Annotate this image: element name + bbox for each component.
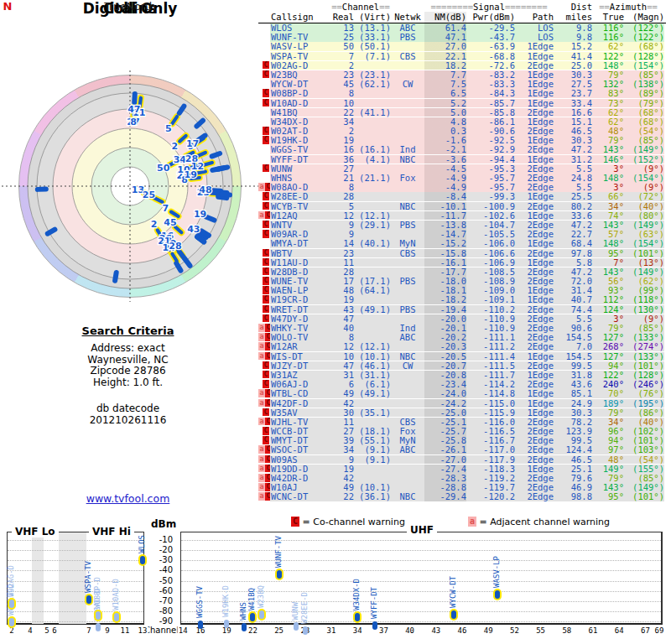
table-cell-w — [258, 80, 270, 89]
vhf-gap-band — [59, 532, 86, 624]
table-cell-real: 42 — [330, 474, 354, 483]
table-row: WYCW-DT45(62.1)CW7.5-83.31Edge27.5132°(1… — [258, 80, 666, 88]
table-cell-magn: (54°) — [624, 455, 664, 465]
table-cell-pwr: -118.3 — [466, 465, 515, 474]
signal-bar — [303, 626, 308, 635]
table-cell-pwr: -106.6 — [466, 249, 515, 258]
table-cell-nm: -18.2 — [424, 295, 466, 304]
table-cell-dist: 98.8 — [554, 492, 592, 501]
legend-co-channel: C = Co-channel warning — [291, 517, 405, 527]
table-cell-dist: 41.4 — [554, 52, 592, 61]
tvfool-link[interactable]: www.tvfool.com — [86, 492, 170, 505]
channel-tick-label: 34 — [352, 626, 363, 635]
table-cell-virt: (17.1) — [354, 277, 391, 286]
table-row: aCW42DR-D42-28.3-119.22Edge79.679°(85°) — [258, 474, 666, 482]
table-cell-path: 2Edge — [515, 427, 554, 436]
table-cell-az: 189° — [592, 399, 624, 408]
table-cell-nm: 18.2 — [424, 61, 466, 70]
table-cell-nm: -15.8 — [424, 249, 466, 258]
table-cell-magn: (133°) — [624, 352, 664, 361]
table-row: CWJZY-DT47(46.1)CW-20.7-111.52Edge99.594… — [258, 361, 666, 370]
table-cell-path: LOS — [515, 33, 554, 42]
table-cell-real: 34 — [330, 445, 354, 454]
table-cell-net — [391, 483, 424, 492]
table-cell-az: 93° — [592, 286, 624, 295]
table-cell-dist: 97.8 — [554, 249, 592, 258]
table-row: CWNTV9(29.1)PBS-13.8-104.72Edge47.2143°(… — [258, 221, 666, 229]
table-cell-pwr: -43.7 — [466, 33, 515, 42]
channel-tick-label: 43 — [430, 626, 441, 635]
table-cell-net — [391, 389, 424, 398]
vhf-lo-label: VHF Lo — [12, 526, 59, 538]
table-row: WHNS21(21.1)Fox-4.9-95.72Edge24.8148°(15… — [258, 174, 666, 182]
table-cell-dist: 47.2 — [554, 267, 592, 277]
table-cell-nm: -1.6 — [424, 136, 466, 145]
table-cell-pwr: -111.1 — [466, 333, 515, 342]
table-cell-real: 22 — [330, 492, 354, 501]
table-cell-net: Ind — [391, 145, 424, 154]
table-cell-az: 143° — [592, 267, 624, 277]
table-cell-path: 2Edge — [515, 324, 554, 333]
table-cell-w: aC — [258, 211, 270, 221]
signal-bar — [198, 621, 203, 629]
table-cell-pwr: -117.9 — [466, 455, 515, 465]
table-cell-real: 50 — [330, 42, 354, 51]
bar-callsign-label: WUNF-TV — [274, 536, 283, 568]
table-cell-magn: (122°) — [624, 23, 664, 33]
gridline — [181, 570, 661, 571]
radar-channel-label: 19 — [194, 209, 206, 220]
table-rows: WLOS13(13.1)ABC61.4-29.5LOS9.8116°(122°)… — [258, 23, 666, 501]
table-cell-real: 36 — [330, 155, 354, 164]
table-cell-pwr: -120.2 — [466, 492, 515, 501]
table-cell-real: 22 — [330, 108, 354, 117]
table-cell-magn: (155°) — [624, 465, 664, 474]
adjacent-channel-badge-icon: a — [258, 474, 265, 482]
table-cell-net — [391, 211, 424, 221]
table-cell-magn: (128°) — [624, 371, 664, 380]
co-channel-badge-icon: C — [263, 99, 269, 107]
table-cell-az: 116° — [592, 33, 624, 42]
table-row: CWMYT-DT39(55.1)MyN-25.8-116.72Edge99.59… — [258, 436, 666, 444]
table-cell-nm: -23.4 — [424, 380, 466, 389]
adjacent-channel-badge-icon: a — [258, 211, 265, 220]
dbm-tick-label: -70 — [148, 596, 173, 605]
table-cell-path: 1Edge — [515, 117, 554, 127]
table-cell-net: ABC — [391, 333, 424, 342]
table-cell-net — [391, 295, 424, 304]
table-cell-dist: 154.5 — [554, 352, 592, 361]
table-cell-magn: (128°) — [624, 52, 664, 61]
dbm-tick-label: -90 — [148, 616, 173, 626]
table-cell-virt: (16.1) — [354, 145, 391, 154]
adjacent-channel-badge-icon: a — [258, 352, 265, 361]
table-cell-virt: (46.1) — [354, 361, 391, 371]
table-row: CWUNW27-4.5-95.32Edge5.53°(9°) — [258, 164, 666, 173]
table-cell-path: 1Edge — [515, 211, 554, 221]
radar-channel-label: 43 — [187, 224, 200, 235]
table-row: aCWJHL-TV11CBS-25.1-116.02Edge78.234°(40… — [258, 418, 666, 426]
signal-bar — [294, 622, 299, 631]
table-cell-nm: -4.5 — [424, 164, 466, 174]
adjacent-channel-badge-icon: a — [258, 342, 265, 351]
table-cell-magn: (85°) — [624, 324, 664, 333]
table-cell-real: 28 — [330, 192, 354, 201]
radar-channel-label: 45 — [164, 217, 176, 228]
table-cell-magn: (274°) — [624, 342, 664, 351]
table-cell-pwr: -110.9 — [466, 324, 515, 333]
group-header-dist: Dist — [554, 2, 592, 12]
table-cell-nm: -11.7 — [424, 211, 466, 221]
table-cell-az: 62° — [592, 117, 624, 127]
table-cell-w: aC — [258, 483, 270, 492]
table-cell-real: 5 — [330, 202, 354, 211]
table-cell-magn: (103°) — [624, 445, 664, 454]
table-cell-dist: 124.4 — [554, 445, 592, 454]
table-cell-dist: 9.8 — [554, 33, 592, 42]
table-cell-dist: 43.6 — [554, 380, 592, 389]
bar-callsign-label: WYFF-DT — [370, 587, 378, 619]
table-row: aCWHKY-TV40Ind-20.1-110.92Edge90.679°(85… — [258, 324, 666, 332]
table-cell-dist: 25.5 — [554, 192, 592, 201]
table-cell-nm: -20.1 — [424, 324, 466, 333]
table-cell-pwr: -95.7 — [466, 183, 515, 192]
table-cell-net — [391, 258, 424, 267]
table-cell-dist: 47.2 — [554, 145, 592, 154]
table-cell-real: 6 — [330, 380, 354, 389]
